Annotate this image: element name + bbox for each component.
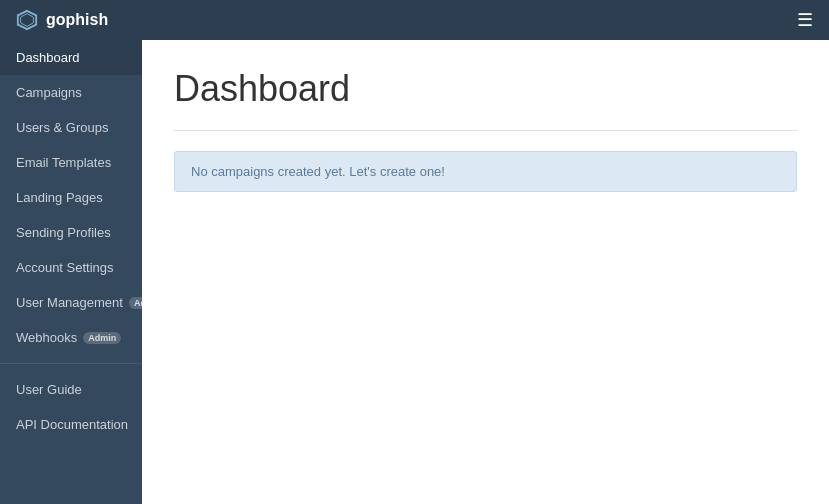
sidebar-label-user-management: User Management — [16, 295, 123, 310]
sidebar-item-landing-pages[interactable]: Landing Pages — [0, 180, 142, 215]
sidebar-label-api-documentation: API Documentation — [16, 417, 128, 432]
no-campaigns-message: No campaigns created yet. Let's create o… — [191, 164, 445, 179]
sidebar-item-user-management[interactable]: User Management Admin — [0, 285, 142, 320]
sidebar-divider — [0, 363, 142, 364]
user-management-badge: Admin — [129, 297, 142, 309]
sidebar-label-webhooks: Webhooks — [16, 330, 77, 345]
sidebar: Dashboard Campaigns Users & Groups Email… — [0, 40, 142, 504]
sidebar-item-account-settings[interactable]: Account Settings — [0, 250, 142, 285]
sidebar-label-dashboard: Dashboard — [16, 50, 80, 65]
navbar-toggle-button[interactable]: ☰ — [797, 9, 813, 31]
main-content: Dashboard No campaigns created yet. Let'… — [142, 40, 829, 504]
brand: gophish — [16, 9, 108, 31]
main-layout: Dashboard Campaigns Users & Groups Email… — [0, 40, 829, 504]
sidebar-label-users-groups: Users & Groups — [16, 120, 108, 135]
sidebar-item-user-guide[interactable]: User Guide — [0, 372, 142, 407]
sidebar-label-sending-profiles: Sending Profiles — [16, 225, 111, 240]
sidebar-label-landing-pages: Landing Pages — [16, 190, 103, 205]
sidebar-label-user-guide: User Guide — [16, 382, 82, 397]
webhooks-badge: Admin — [83, 332, 121, 344]
sidebar-item-campaigns[interactable]: Campaigns — [0, 75, 142, 110]
page-title: Dashboard — [174, 68, 797, 110]
sidebar-item-email-templates[interactable]: Email Templates — [0, 145, 142, 180]
sidebar-item-api-documentation[interactable]: API Documentation — [0, 407, 142, 442]
sidebar-label-account-settings: Account Settings — [16, 260, 114, 275]
sidebar-item-sending-profiles[interactable]: Sending Profiles — [0, 215, 142, 250]
brand-name: gophish — [46, 11, 108, 29]
sidebar-label-email-templates: Email Templates — [16, 155, 111, 170]
navbar: gophish ☰ — [0, 0, 829, 40]
no-campaigns-alert: No campaigns created yet. Let's create o… — [174, 151, 797, 192]
svg-marker-1 — [21, 14, 34, 27]
sidebar-label-campaigns: Campaigns — [16, 85, 82, 100]
sidebar-item-users-groups[interactable]: Users & Groups — [0, 110, 142, 145]
sidebar-item-webhooks[interactable]: Webhooks Admin — [0, 320, 142, 355]
sidebar-item-dashboard[interactable]: Dashboard — [0, 40, 142, 75]
logo-icon — [16, 9, 38, 31]
content-divider — [174, 130, 797, 131]
